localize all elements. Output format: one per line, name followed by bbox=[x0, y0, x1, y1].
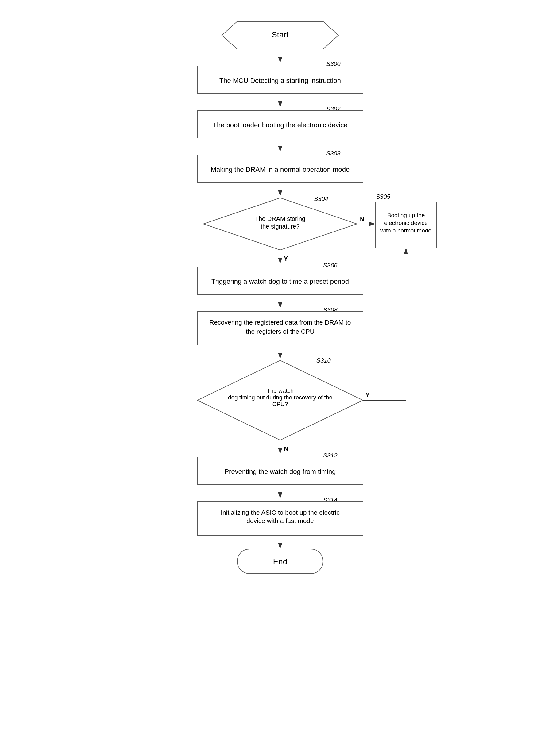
s312-text: Preventing the watch dog from timing bbox=[224, 468, 336, 475]
s305-text-line2: electronic device bbox=[384, 220, 428, 226]
s314-shape: Initializing the ASIC to boot up the ele… bbox=[197, 501, 363, 535]
arrow-label-y1: Y bbox=[284, 255, 288, 262]
flowchart-container: Start S300 The MCU Detecting a starting … bbox=[142, 12, 418, 718]
label-s305: S305 bbox=[376, 193, 391, 200]
label-s304: S304 bbox=[314, 195, 328, 202]
label-s310: S310 bbox=[316, 357, 331, 364]
s306-shape: Triggering a watch dog to time a preset … bbox=[197, 267, 363, 295]
s305-shape: Booting up the electronic device with a … bbox=[375, 202, 437, 248]
s303-shape: Making the DRAM in a normal operation mo… bbox=[197, 155, 363, 183]
s304-shape: The DRAM storing the signature? bbox=[203, 198, 357, 250]
s310-text-line2: dog timing out during the recovery of th… bbox=[228, 394, 332, 400]
end-label: End bbox=[273, 557, 287, 566]
end-shape: End bbox=[237, 549, 323, 574]
s310-shape: The watch dog timing out during the reco… bbox=[197, 361, 363, 440]
arrow-label-n2: N bbox=[284, 445, 288, 452]
s310-text-line3: CPU? bbox=[272, 401, 288, 407]
s308-text-line2: the registers of the CPU bbox=[245, 328, 314, 335]
arrow-label-n: N bbox=[360, 216, 364, 223]
s308-shape: Recovering the registered data from the … bbox=[197, 311, 363, 345]
arrow-label-y2: Y bbox=[365, 392, 370, 398]
s305-text-line3: with a normal mode bbox=[380, 227, 431, 234]
s304-text-line1: The DRAM storing bbox=[255, 215, 305, 222]
s308-text-line1: Recovering the registered data from the … bbox=[209, 319, 351, 326]
s304-text-line2: the signature? bbox=[261, 223, 299, 230]
s312-shape: Preventing the watch dog from timing bbox=[197, 457, 363, 485]
s300-shape: The MCU Detecting a starting instruction bbox=[197, 66, 363, 94]
start-shape: Start bbox=[222, 21, 338, 49]
s310-text-line1: The watch bbox=[267, 387, 294, 394]
s305-text-line1: Booting up the bbox=[387, 212, 425, 218]
s314-text-line2: device with a fast mode bbox=[246, 517, 314, 524]
s306-text: Triggering a watch dog to time a preset … bbox=[211, 278, 349, 285]
s302-text: The boot loader booting the electronic d… bbox=[213, 121, 347, 129]
start-label: Start bbox=[272, 30, 289, 39]
s303-text: Making the DRAM in a normal operation mo… bbox=[210, 166, 349, 173]
s314-text-line1: Initializing the ASIC to boot up the ele… bbox=[221, 509, 340, 516]
s302-shape: The boot loader booting the electronic d… bbox=[197, 110, 363, 138]
s300-text: The MCU Detecting a starting instruction bbox=[219, 77, 341, 84]
